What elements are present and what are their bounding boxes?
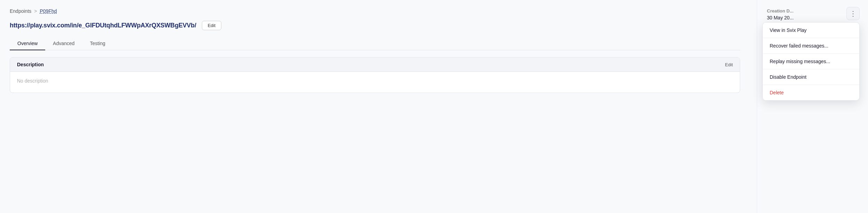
tab-advanced[interactable]: Advanced <box>45 37 82 50</box>
tabs-row: Overview Advanced Testing <box>10 37 740 50</box>
dropdown-menu: View in Svix Play Recover failed message… <box>762 22 860 101</box>
card-body: No description <box>10 72 740 93</box>
tab-overview[interactable]: Overview <box>10 37 45 50</box>
dropdown-disable-endpoint[interactable]: Disable Endpoint <box>763 69 859 85</box>
dropdown-recover-failed[interactable]: Recover failed messages... <box>763 38 859 53</box>
breadcrumb-current[interactable]: P09Fhd <box>40 8 57 14</box>
no-description-text: No description <box>17 78 48 84</box>
more-options-button[interactable]: ⋮ <box>846 7 860 20</box>
endpoint-edit-button[interactable]: Edit <box>202 21 221 30</box>
breadcrumb-parent[interactable]: Endpoints <box>10 8 31 14</box>
breadcrumb-separator: > <box>34 8 37 14</box>
tab-testing[interactable]: Testing <box>82 37 113 50</box>
content-area: Endpoints > P09Fhd https://play.svix.com… <box>0 0 750 101</box>
dropdown-replay-missing[interactable]: Replay missing messages... <box>763 54 859 69</box>
creation-date-value: 30 May 20... <box>767 15 858 20</box>
breadcrumb: Endpoints > P09Fhd <box>10 8 740 14</box>
description-card: Description Edit No description <box>10 57 740 93</box>
creation-date-label: Creation D... <box>767 8 858 14</box>
url-row: https://play.svix.com/in/e_GlFDUtqhdLFWW… <box>10 21 740 30</box>
dropdown-view-svix-play[interactable]: View in Svix Play <box>763 23 859 38</box>
page-wrapper: Endpoints > P09Fhd https://play.svix.com… <box>0 0 868 213</box>
card-title: Description <box>17 62 44 67</box>
more-icon: ⋮ <box>850 9 857 18</box>
dropdown-delete[interactable]: Delete <box>763 85 859 100</box>
endpoint-url: https://play.svix.com/in/e_GlFDUtqhdLFWW… <box>10 22 196 29</box>
description-edit-button[interactable]: Edit <box>725 62 733 67</box>
card-header: Description Edit <box>10 58 740 72</box>
